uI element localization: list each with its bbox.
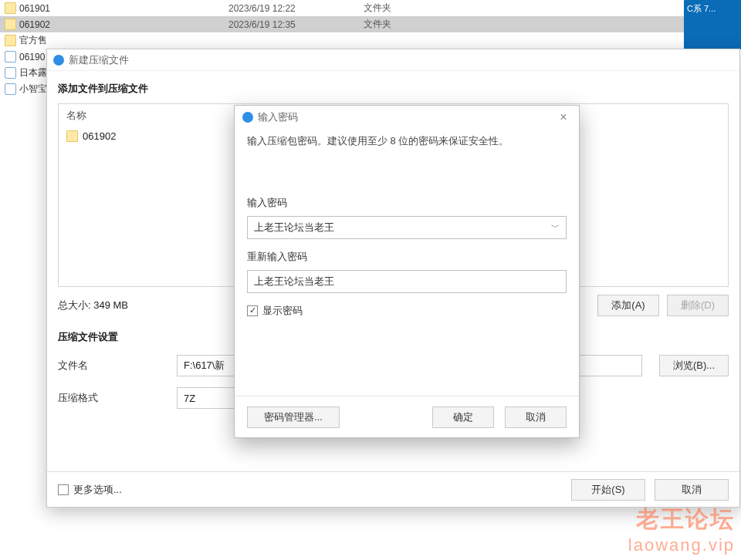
label-confirm-password: 重新输入密码 [247, 250, 567, 264]
label-filename: 文件名 [58, 359, 174, 373]
checkbox-icon [58, 484, 69, 495]
checkbox-icon: ✓ [247, 305, 258, 316]
delete-button: 删除(D) [667, 295, 729, 316]
file-name: 日本露 [19, 66, 47, 79]
chevron-down-icon[interactable]: ﹀ [551, 221, 560, 233]
start-button[interactable]: 开始(S) [571, 479, 645, 501]
file-name: 小智宝 [19, 83, 47, 96]
link-icon [5, 51, 16, 62]
app-icon [53, 55, 64, 66]
file-name: 061901 [19, 3, 50, 14]
list-item-label: 061902 [83, 130, 116, 142]
total-size-label: 总大小: 349 MB [58, 299, 128, 312]
file-type: 文件夹 [364, 2, 456, 15]
file-name: 06190 [19, 52, 45, 62]
folder-icon [66, 130, 78, 142]
add-button[interactable]: 添加(A) [597, 295, 659, 316]
app-icon [242, 112, 253, 123]
link-icon [5, 67, 16, 79]
dialog-titlebar[interactable]: 新建压缩文件 [47, 49, 739, 71]
folder-icon [5, 2, 16, 14]
password-dialog: 输入密码 × 输入压缩包密码。建议使用至少 8 位的密码来保证安全性。 输入密码… [234, 105, 580, 438]
confirm-password-input[interactable]: 上老王论坛当老王 [247, 270, 567, 293]
explorer-row[interactable]: 官方售 [0, 32, 741, 49]
pw-dialog-titlebar[interactable]: 输入密码 × [235, 106, 579, 129]
cancel-button[interactable]: 取消 [655, 479, 729, 501]
ok-button[interactable]: 确定 [432, 407, 494, 428]
close-icon[interactable]: × [556, 110, 571, 124]
desktop-snippet: C系 7... [684, 0, 741, 49]
folder-icon [5, 19, 16, 30]
label-format: 压缩格式 [58, 391, 174, 405]
link-icon [5, 83, 16, 95]
folder-icon [5, 35, 16, 46]
cancel-button[interactable]: 取消 [505, 407, 567, 428]
password-input[interactable]: 上老王论坛当老王 ﹀ [247, 216, 567, 239]
browse-button[interactable]: 浏览(B)... [659, 355, 729, 376]
pw-dialog-title: 输入密码 [258, 110, 298, 124]
password-manager-button[interactable]: 密码管理器... [247, 407, 340, 428]
label-password: 输入密码 [247, 196, 567, 210]
more-options-checkbox[interactable]: 更多选项... [58, 483, 122, 497]
file-type: 文件夹 [364, 18, 456, 31]
pw-hint: 输入压缩包密码。建议使用至少 8 位的密码来保证安全性。 [247, 133, 567, 150]
show-password-checkbox[interactable]: ✓ 显示密码 [247, 304, 303, 318]
section-add-files: 添加文件到压缩文件 [58, 82, 729, 96]
explorer-row[interactable]: 0619012023/6/19 12:22文件夹 [0, 0, 741, 16]
dialog-title: 新建压缩文件 [69, 53, 129, 67]
file-date: 2023/6/19 12:35 [228, 19, 364, 30]
file-date: 2023/6/19 12:22 [228, 3, 364, 14]
file-name: 061902 [19, 19, 50, 30]
file-name: 官方售 [19, 34, 47, 47]
explorer-row[interactable]: 0619022023/6/19 12:35文件夹 [0, 16, 741, 32]
